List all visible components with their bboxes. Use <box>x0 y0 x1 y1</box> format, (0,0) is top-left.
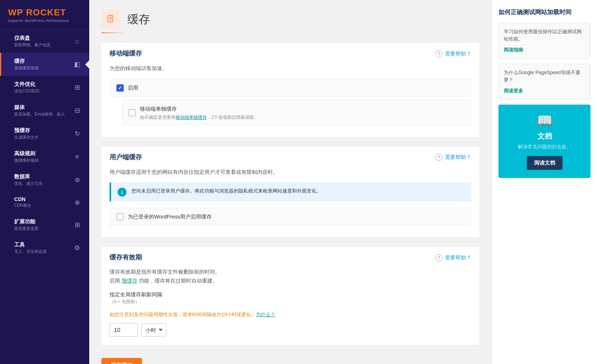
sidebar-item-cache[interactable]: 缓存 基础缓存选项 ◧ <box>0 53 89 76</box>
mobile-cache-desc: 为您的移动端访客加速。 <box>110 64 471 73</box>
why-link[interactable]: 为什么？ <box>256 312 275 317</box>
rs-card-pagespeed: 为什么Google PageSpeed等级不重要？ 阅读更多 <box>498 64 591 100</box>
database-icon: ⊛ <box>73 176 81 184</box>
user-cache-enable-checkbox[interactable] <box>116 213 124 221</box>
file-icon <box>106 15 116 24</box>
cache-expiry-number-input[interactable] <box>110 323 138 337</box>
cache-expiry-desc1: 缓存有效期是指所有缓存文件被删除前的时间。 <box>110 268 471 276</box>
page-content: 缓存 移动端缓存 ? 需要帮助？ 为您的移动端访客加速。 启用 <box>89 0 492 364</box>
mobile-cache-body: 为您的移动端访客加速。 启用 移动端单独缓存 如不确定是否要将移动端单独缓存，2… <box>101 64 479 137</box>
user-cache-enable-row: 为已登录的WordPress用户启用缓存 <box>110 208 471 226</box>
cache-expiry-unit-select[interactable]: 小时 分钟 天 <box>141 323 166 337</box>
rs-card-pagespeed-text: 为什么Google PageSpeed等级不重要？ <box>504 69 585 84</box>
page-divider <box>101 32 126 33</box>
page-icon <box>101 10 121 29</box>
sidebar-item-media[interactable]: 媒体 延迟加载、Emoji表情、嵌入 ⊟ <box>0 99 89 122</box>
logo-subtitle: Superior WordPress Performance <box>8 19 81 23</box>
cache-expiry-title: 缓存有效期 <box>110 253 142 262</box>
warning-text: 您尚未启用已登录用户缓存。将此功能与浏览器的隐私模式来检查网站速度和外观变化。 <box>131 187 321 195</box>
cache-expiry-desc2: 启用 预缓存 功能，缓存将在过期时自动重建。 <box>110 277 471 285</box>
mobile-cache-title: 移动端缓存 <box>110 49 142 58</box>
sidebar-item-rules[interactable]: 高级规则 微调缓存规则 ≡ <box>0 145 89 168</box>
cache-expiry-help-button[interactable]: ? 需要帮助？ <box>435 254 471 261</box>
cache-expiry-field-label: 指定全局缓存刷新间隔 （0 = 无限制） <box>110 291 471 305</box>
cache-expiry-input-row: 小时 分钟 天 <box>110 323 471 337</box>
content-area: 缓存 移动端缓存 ? 需要帮助？ 为您的移动端访客加速。 启用 <box>89 0 597 364</box>
svg-rect-3 <box>110 19 111 20</box>
mobile-cache-enable-row: 启用 <box>110 79 471 97</box>
mobile-cache-header: 移动端缓存 ? 需要帮助？ <box>101 43 479 64</box>
logo: WP ROCKET Superior WordPress Performance <box>0 0 89 30</box>
rs-card-guide: 学习如何使用最佳操作以正确测试网站性能。 阅读指南 <box>498 23 591 59</box>
page-title: 缓存 <box>127 12 150 27</box>
page-header: 缓存 <box>101 10 479 29</box>
rs-pagespeed-link[interactable]: 阅读更多 <box>504 88 523 94</box>
cache-expiry-body: 缓存有效期是指所有缓存文件被删除前的时间。 启用 预缓存 功能，缓存将在过期时自… <box>101 268 479 345</box>
user-cache-header: 用户端缓存 ? 需要帮助？ <box>101 147 479 168</box>
sidebar-item-cdn[interactable]: CDN CDN整合 ⊕ <box>0 191 89 213</box>
user-cache-title: 用户端缓存 <box>110 153 142 162</box>
info-icon: i <box>118 188 127 197</box>
cache-expiry-header: 缓存有效期 ? 需要帮助？ <box>101 247 479 268</box>
sidebar-item-extend[interactable]: 扩展功能 提供更多设置 ⊞ <box>0 213 89 236</box>
user-cache-enable-label: 为已登录的WordPress用户启用缓存 <box>128 213 212 221</box>
cache-icon: ◧ <box>73 60 81 69</box>
sidebar-item-dashboard[interactable]: 仪表盘 获取帮助、账户信息 ⌂ <box>0 30 89 53</box>
user-cache-section: 用户端缓存 ? 需要帮助？ 用户端缓存适用于您的网站有内容仅指定用户才可查看或有… <box>101 147 479 238</box>
svg-rect-1 <box>110 17 112 18</box>
rs-title: 如何正确测试网站加载时间 <box>498 8 591 16</box>
help-circle-icon: ? <box>435 50 442 58</box>
preload-icon: ↻ <box>73 130 81 138</box>
rs-guide-link[interactable]: 阅读指南 <box>504 47 523 53</box>
right-sidebar: 如何正确测试网站加载时间 学习如何使用最佳操作以正确测试网站性能。 阅读指南 为… <box>492 0 597 364</box>
warning-banner: i 您尚未启用已登录用户缓存。将此功能与浏览器的隐私模式来检查网站速度和外观变化… <box>110 182 471 201</box>
rs-docs-title: 文档 <box>505 131 584 141</box>
main-content: 缓存 移动端缓存 ? 需要帮助？ 为您的移动端访客加速。 启用 <box>89 0 597 364</box>
extend-icon: ⊞ <box>73 221 81 229</box>
user-cache-help-button[interactable]: ? 需要帮助？ <box>435 154 471 161</box>
rs-docs-button[interactable]: 阅读文档 <box>527 156 563 170</box>
svg-rect-2 <box>110 18 112 19</box>
media-icon: ⊟ <box>73 107 81 115</box>
cdn-icon: ⊕ <box>73 198 81 206</box>
layers-icon: ⊞ <box>73 84 81 92</box>
tools-icon: ⚙ <box>73 244 81 252</box>
rules-icon: ≡ <box>73 153 81 161</box>
book-icon: 📖 <box>505 113 584 128</box>
mobile-cache-separate-hint: 如不确定是否要将移动端单独缓存，2个选项都启用最保险。 <box>140 114 258 120</box>
mobile-cache-separate-checkbox[interactable] <box>129 109 136 116</box>
help-circle-icon-3: ? <box>435 254 442 261</box>
cache-expiry-warning: 如您注意到某些问题周期性出现，请将时间间隔改为10小时或更短。为什么？ <box>110 311 471 318</box>
preload-link[interactable]: 预缓存 <box>122 278 137 284</box>
cache-expiry-section: 缓存有效期 ? 需要帮助？ 缓存有效期是指所有缓存文件被删除前的时间。 启用 预… <box>101 247 479 345</box>
sidebar-item-database[interactable]: 数据库 优化、减少冗余 ⊛ <box>0 168 89 191</box>
rs-docs-card: 📖 文档 解决常见问题的好去处。 阅读文档 <box>498 105 591 178</box>
mobile-cache-separate-row: 移动端单独缓存 如不确定是否要将移动端单独缓存，2个选项都启用最保险。 <box>122 100 471 126</box>
user-cache-body: 用户端缓存适用于您的网站有内容仅指定用户才可查看或有限制内容时。 i 您尚未启用… <box>101 168 479 238</box>
sidebar: WP ROCKET Superior WordPress Performance… <box>0 0 89 364</box>
sidebar-item-preload[interactable]: 预缓存 生成缓存文件 ↻ <box>0 122 89 145</box>
mobile-cache-enable-checkbox[interactable] <box>116 84 124 92</box>
separate-cache-link[interactable]: 移动端单独缓存 <box>176 115 207 120</box>
help-circle-icon-2: ? <box>435 154 442 161</box>
mobile-cache-enable-label: 启用 <box>128 84 138 92</box>
sidebar-nav: 仪表盘 获取帮助、账户信息 ⌂ 缓存 基础缓存选项 ◧ 文件优化 优化CSS和J… <box>0 30 89 364</box>
user-cache-desc: 用户端缓存适用于您的网站有内容仅指定用户才可查看或有限制内容时。 <box>110 168 471 176</box>
logo-title: WP ROCKET <box>8 7 81 18</box>
save-button[interactable]: 保存更改 <box>101 358 142 364</box>
rs-docs-desc: 解决常见问题的好去处。 <box>505 143 584 150</box>
mobile-cache-section: 移动端缓存 ? 需要帮助？ 为您的移动端访客加速。 启用 <box>101 43 479 137</box>
sidebar-item-file-opt[interactable]: 文件优化 优化CSS和JS ⊞ <box>0 76 89 99</box>
rs-card-guide-text: 学习如何使用最佳操作以正确测试网站性能。 <box>504 28 585 43</box>
mobile-cache-separate-label: 移动端单独缓存 <box>140 105 258 113</box>
home-icon: ⌂ <box>73 37 81 45</box>
sidebar-item-tools[interactable]: 工具 导入、导出和还原 ⚙ <box>0 236 89 259</box>
mobile-cache-help-button[interactable]: ? 需要帮助？ <box>435 50 471 58</box>
